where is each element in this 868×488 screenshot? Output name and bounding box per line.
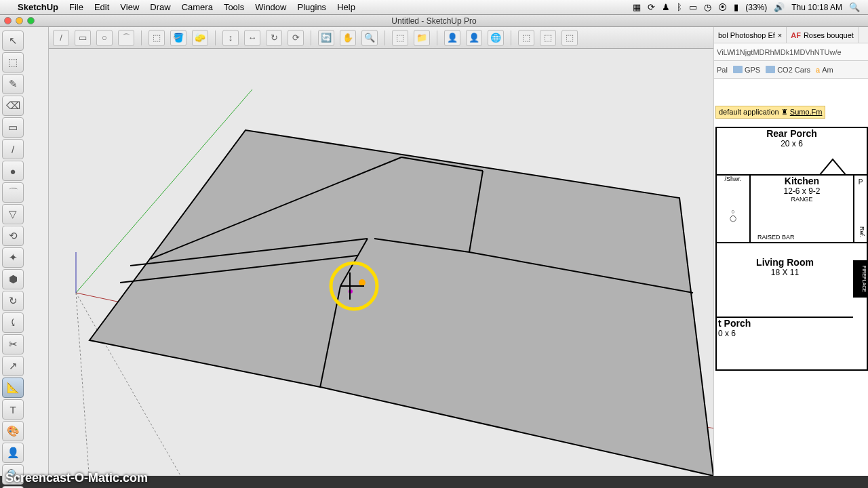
battery-icon[interactable]: ▮: [734, 2, 738, 12]
3d-canvas[interactable]: [49, 49, 713, 476]
bookmark-pal[interactable]: Pal: [717, 66, 728, 74]
label-p: P: [854, 178, 867, 186]
hbtn-ext1[interactable]: ⬚: [518, 30, 534, 46]
zoom-button[interactable]: [27, 17, 35, 24]
app-name[interactable]: SketchUp: [18, 2, 58, 12]
bookmark-gps[interactable]: GPS: [733, 66, 760, 74]
close-icon[interactable]: ×: [778, 31, 782, 39]
tool-line[interactable]: ✎: [2, 74, 24, 94]
hbtn-push[interactable]: ↔: [244, 30, 260, 46]
tool-scale[interactable]: ✂: [2, 334, 24, 354]
display-icon[interactable]: ▭: [689, 2, 697, 12]
bookmark-amazon[interactable]: aAm: [816, 66, 833, 74]
hbtn-circle[interactable]: ○: [96, 30, 113, 46]
tool-followme[interactable]: ⟲: [2, 226, 24, 246]
watermark: Screencast-O-Matic.com: [5, 471, 148, 485]
tool-rectangle[interactable]: ▭: [2, 117, 24, 138]
wifi-icon[interactable]: ⦿: [718, 2, 727, 12]
hbtn-pan[interactable]: ✋: [340, 30, 356, 46]
menu-tools[interactable]: Tools: [224, 2, 244, 12]
room-shower: /Shwr.: [717, 176, 749, 182]
tool-tape[interactable]: ↗: [2, 356, 24, 376]
tool-rotate[interactable]: ↻: [2, 291, 24, 311]
close-button[interactable]: [4, 17, 12, 24]
menu-view[interactable]: View: [120, 2, 139, 12]
hbtn-move[interactable]: ↕: [222, 30, 239, 46]
window-title: Untitled - SketchUp Pro: [391, 16, 476, 26]
tool-axes[interactable]: 👤: [2, 443, 24, 463]
label-range: RANGE: [751, 196, 853, 203]
horizontal-toolbar: / ▭ ○ ⌒ ⬚ 🪣 🧽 ↕ ↔ ↻ ⟳ 🔄 ✋ 🔍 ⬚ 📁 👤 👤 🌐: [49, 27, 713, 49]
battery-percent: (33%): [745, 3, 767, 12]
volume-icon[interactable]: 🔊: [774, 2, 785, 12]
toolbox: ↖ ⬚ ✎ ⌫ ▭ / ● ⌒ ▽ ⟲ ✦ ⬢ ↻ ⤹ ✂ ↗ 📐 T 🎨 👤 …: [0, 27, 49, 476]
tool-component[interactable]: ⬚: [2, 52, 24, 73]
menubar-right: ▦ ⟳ ♟ ᛒ ▭ ◷ ⦿ ▮ (33%) 🔊 Thu 10:18 AM 🔍: [633, 2, 860, 12]
menu-help[interactable]: Help: [337, 2, 355, 12]
hbtn-geo[interactable]: 🌐: [488, 30, 504, 46]
tool-circle[interactable]: ●: [2, 161, 24, 181]
tool-freehand[interactable]: /: [2, 139, 24, 159]
sync-icon[interactable]: ⟳: [648, 2, 655, 12]
room-rear-porch: Rear Porch: [717, 128, 867, 139]
bookmark-co2[interactable]: CO2 Cars: [766, 66, 810, 74]
tool-move[interactable]: ✦: [2, 247, 24, 268]
tool-select[interactable]: ↖: [2, 30, 24, 51]
tool-offset[interactable]: ⤹: [2, 312, 24, 333]
hbtn-person1[interactable]: 👤: [444, 30, 460, 46]
hbtn-followme[interactable]: ⟳: [288, 30, 304, 46]
menu-file[interactable]: File: [69, 2, 83, 12]
tool-polygon[interactable]: ▽: [2, 204, 24, 224]
svg-marker-5: [90, 130, 713, 476]
hbtn-erase[interactable]: 🧽: [192, 30, 208, 46]
minimize-button[interactable]: [16, 17, 23, 24]
browser-tabs: bol Photoshop Ef× AFRoses bouquet: [714, 27, 868, 43]
hbtn-rect[interactable]: ▭: [75, 30, 91, 46]
hbtn-share[interactable]: 📁: [414, 30, 430, 46]
tool-protractor[interactable]: 📐: [2, 378, 24, 398]
traffic-lights: [4, 17, 35, 24]
tool-eraser[interactable]: ⌫: [2, 96, 24, 116]
svg-point-16: [359, 279, 366, 286]
screenshare-icon[interactable]: ▦: [633, 2, 641, 12]
label-fireplace: FIREPLACE: [853, 260, 868, 298]
bluetooth-icon[interactable]: ᛒ: [677, 2, 682, 12]
clock[interactable]: Thu 10:18 AM: [791, 3, 842, 12]
default-app-notice[interactable]: default application ♜ Sumo.Fm: [715, 106, 825, 119]
tool-paint[interactable]: 🎨: [2, 421, 24, 441]
url-bar[interactable]: ViLWl1NjgtMDRhMDk1MDVhNTUw/e: [714, 43, 868, 61]
tool-text[interactable]: T: [2, 399, 24, 420]
hbtn-ext2[interactable]: ⬚: [540, 30, 556, 46]
hbtn-orbit[interactable]: 🔄: [318, 30, 334, 46]
room-living: Living Room: [717, 257, 853, 268]
spotlight-icon[interactable]: 🔍: [849, 2, 860, 12]
menu-edit[interactable]: Edit: [94, 2, 109, 12]
hbtn-person2[interactable]: 👤: [466, 30, 482, 46]
menu-camera[interactable]: Camera: [182, 2, 213, 12]
browser-tab-1[interactable]: bol Photoshop Ef×: [714, 27, 787, 43]
svg-line-3: [76, 293, 90, 476]
hbtn-ext3[interactable]: ⬚: [561, 30, 578, 46]
hbtn-getmodels[interactable]: ⬚: [392, 30, 408, 46]
dim-rear-porch: 20 x 6: [717, 139, 867, 148]
hbtn-arc[interactable]: ⌒: [118, 30, 134, 46]
tool-pushpull[interactable]: ⬢: [2, 269, 24, 289]
menu-plugins[interactable]: Plugins: [297, 2, 326, 12]
hbtn-paint[interactable]: 🪣: [170, 30, 186, 46]
sumo-icon: ♜: [781, 108, 788, 116]
menulet-icon[interactable]: ♟: [662, 2, 670, 12]
browser-tab-2[interactable]: AFRoses bouquet: [787, 27, 859, 43]
hbtn-zoom[interactable]: 🔍: [361, 30, 378, 46]
hbtn-rotate[interactable]: ↻: [266, 30, 282, 46]
dim-front-porch: 0 x 6: [717, 329, 867, 338]
label-ref: Ref.: [859, 226, 865, 238]
room-front-porch: t Porch: [717, 318, 867, 329]
hbtn-line[interactable]: /: [53, 30, 69, 46]
tool-arc[interactable]: ⌒: [2, 182, 24, 203]
timemachine-icon[interactable]: ◷: [704, 2, 711, 12]
label-raised-bar: RAISED BAR: [757, 234, 795, 241]
menu-window[interactable]: Window: [255, 2, 286, 12]
hbtn-make[interactable]: ⬚: [149, 30, 165, 46]
bookmarks-bar: Pal GPS CO2 Cars aAm: [714, 61, 868, 79]
menu-draw[interactable]: Draw: [150, 2, 170, 12]
